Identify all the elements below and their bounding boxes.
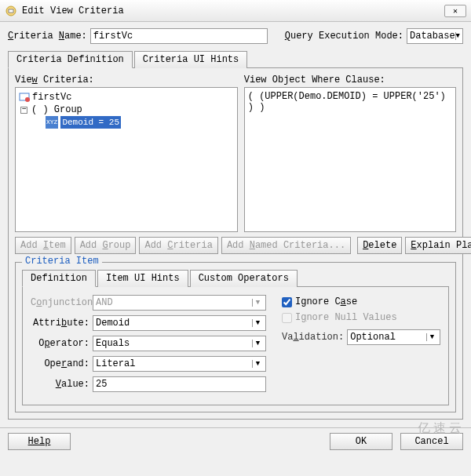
criteria-name-input[interactable] xyxy=(90,28,268,44)
operator-label: Operator: xyxy=(31,338,89,349)
titlebar: Edit View Criteria ✕ xyxy=(0,0,471,22)
criteria-item-fieldset: Criteria Item Definition Item UI Hints C… xyxy=(15,262,456,412)
chevron-down-icon: ▼ xyxy=(426,333,437,341)
app-icon xyxy=(5,5,17,17)
where-clause-label: View Object Where Clause: xyxy=(244,74,456,85)
tree-group-label: ( ) Group xyxy=(31,104,82,116)
tree-root-label: firstVc xyxy=(32,91,71,104)
tab-item-definition[interactable]: Definition xyxy=(22,270,96,287)
conjunction-label: Conjunction: xyxy=(31,297,89,308)
view-criteria-label: View Criteria: xyxy=(15,74,238,85)
add-named-criteria-button: Add Named Criteria... xyxy=(221,237,351,254)
chevron-down-icon: ▼ xyxy=(252,319,263,327)
svg-point-3 xyxy=(25,97,30,102)
ok-button[interactable]: OK xyxy=(330,433,392,450)
attribute-label: Attribute: xyxy=(31,318,89,329)
validation-select[interactable]: Optional▼ xyxy=(347,329,440,345)
help-button[interactable]: Help xyxy=(8,433,71,450)
chevron-down-icon: ▼ xyxy=(252,299,263,307)
tree-item-badge: XYZ xyxy=(46,116,58,129)
value-input[interactable] xyxy=(93,376,266,392)
where-clause-text: ( (UPPER(Demo.DEMOID) = UPPER('25') ) ) xyxy=(244,87,456,232)
operator-select[interactable]: Equals▼ xyxy=(93,336,266,351)
watermark: 亿速云 xyxy=(418,420,465,437)
close-button[interactable]: ✕ xyxy=(444,5,466,17)
svg-rect-1 xyxy=(9,9,13,13)
add-criteria-button: Add Criteria xyxy=(139,237,217,254)
tree-item-selected[interactable]: Demoid = 25 xyxy=(60,116,121,129)
vc-root-icon xyxy=(19,92,30,103)
dialog-title: Edit View Criteria xyxy=(22,5,444,16)
delete-button[interactable]: Delete xyxy=(357,237,402,254)
conjunction-select: AND▼ xyxy=(93,295,266,311)
view-criteria-tree[interactable]: firstVc − ( ) Group XYZ Demoid = 25 xyxy=(15,87,238,232)
operand-label: Operand: xyxy=(31,358,89,369)
query-exec-mode-select[interactable]: Database ▼ xyxy=(407,28,463,44)
attribute-select[interactable]: Demoid▼ xyxy=(93,315,266,331)
expand-minus-icon[interactable]: − xyxy=(20,107,27,114)
tab-criteria-ui-hints[interactable]: Criteria UI Hints xyxy=(134,51,247,68)
chevron-down-icon: ▼ xyxy=(252,360,263,368)
tab-custom-operators[interactable]: Custom Operators xyxy=(190,270,298,287)
operand-select[interactable]: Literal▼ xyxy=(93,356,266,372)
value-label: Value: xyxy=(31,379,89,390)
tab-criteria-definition[interactable]: Criteria Definition xyxy=(8,51,133,68)
criteria-name-label: Criteria Name: xyxy=(8,31,87,42)
criteria-item-legend: Criteria Item xyxy=(22,256,102,267)
ignore-null-checkbox: Ignore Null Values xyxy=(282,312,440,323)
criteria-definition-panel: View Criteria: firstVc − ( ) Group xyxy=(8,67,463,420)
chevron-down-icon: ▼ xyxy=(252,340,263,347)
ignore-case-checkbox[interactable]: Ignore Case xyxy=(282,296,440,307)
add-group-button: Add Group xyxy=(75,237,137,254)
validation-label: Validation: xyxy=(282,332,344,343)
chevron-down-icon: ▼ xyxy=(455,32,460,40)
explain-plan-button[interactable]: Explain Plan... xyxy=(405,237,471,254)
tab-item-ui-hints[interactable]: Item UI Hints xyxy=(97,270,188,287)
add-item-button: Add Item xyxy=(15,237,71,254)
query-exec-mode-label: Query Execution Mode: xyxy=(285,31,403,42)
